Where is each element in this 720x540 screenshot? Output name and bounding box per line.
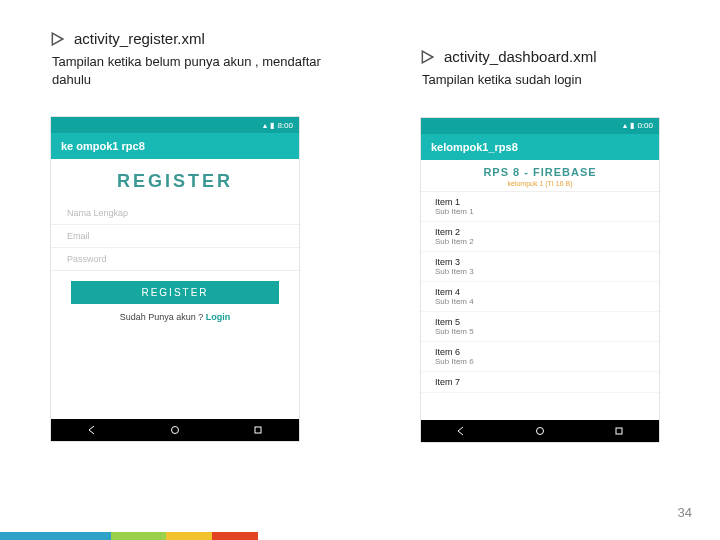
name-field[interactable]: Nama Lengkap	[51, 202, 299, 225]
list-item[interactable]: Item 6Sub Item 6	[421, 342, 659, 372]
footer-color-bar	[0, 532, 720, 540]
left-column: activity_register.xml Tampilan ketika be…	[50, 30, 330, 443]
dashboard-list: Item 1Sub Item 1Item 2Sub Item 2Item 3Su…	[421, 192, 659, 393]
item-subtitle: Sub Item 6	[435, 357, 645, 366]
right-column: activity_dashboard.xml Tampilan ketika s…	[420, 30, 680, 443]
right-description: Tampilan ketika sudah login	[422, 71, 680, 89]
item-title: Item 5	[435, 317, 645, 327]
svg-point-0	[171, 427, 178, 434]
login-link[interactable]: Login	[206, 312, 231, 322]
android-navbar	[421, 420, 659, 442]
triangle-icon	[50, 32, 64, 46]
home-icon[interactable]	[535, 422, 545, 440]
list-item[interactable]: Item 2Sub Item 2	[421, 222, 659, 252]
right-file-title: activity_dashboard.xml	[444, 48, 597, 65]
statusbar: ▴ ▮ 0:00	[421, 118, 659, 134]
svg-rect-1	[255, 427, 261, 433]
item-title: Item 7	[435, 377, 645, 387]
statusbar: ▴ ▮ 8:00	[51, 117, 299, 133]
statusbar-time: 0:00	[637, 121, 653, 130]
dashboard-banner: RPS 8 - FIREBASE kelompok 1 (TI 16 B)	[421, 160, 659, 192]
banner-subtitle: kelompok 1 (TI 16 B)	[421, 180, 659, 187]
item-subtitle: Sub Item 2	[435, 237, 645, 246]
triangle-icon	[420, 50, 434, 64]
appbar-dashboard: kelompok1_rps8	[421, 134, 659, 160]
back-icon[interactable]	[456, 422, 466, 440]
recents-icon[interactable]	[614, 422, 624, 440]
left-description: Tampilan ketika belum punya akun , menda…	[52, 53, 330, 88]
register-title: REGISTER	[51, 171, 299, 192]
item-title: Item 4	[435, 287, 645, 297]
phone-register: ▴ ▮ 8:00 ke ompok1 rpc8 REGISTER Nama Le…	[50, 116, 300, 442]
item-title: Item 3	[435, 257, 645, 267]
battery-icon: ▮	[270, 121, 274, 130]
battery-icon: ▮	[630, 121, 634, 130]
back-icon[interactable]	[87, 421, 97, 439]
dashboard-body: RPS 8 - FIREBASE kelompok 1 (TI 16 B) It…	[421, 160, 659, 420]
svg-rect-3	[616, 428, 622, 434]
phone-dashboard: ▴ ▮ 0:00 kelompok1_rps8 RPS 8 - FIREBASE…	[420, 117, 660, 443]
item-title: Item 1	[435, 197, 645, 207]
android-navbar	[51, 419, 299, 441]
item-subtitle: Sub Item 4	[435, 297, 645, 306]
list-item[interactable]: Item 1Sub Item 1	[421, 192, 659, 222]
list-item[interactable]: Item 4Sub Item 4	[421, 282, 659, 312]
signal-icon: ▴	[623, 121, 627, 130]
list-item[interactable]: Item 7	[421, 372, 659, 393]
item-subtitle: Sub Item 5	[435, 327, 645, 336]
page-number: 34	[678, 505, 692, 520]
password-field[interactable]: Password	[51, 248, 299, 271]
left-file-title: activity_register.xml	[74, 30, 205, 47]
right-heading: activity_dashboard.xml	[420, 48, 680, 65]
list-item[interactable]: Item 3Sub Item 3	[421, 252, 659, 282]
banner-title: RPS 8 - FIREBASE	[421, 166, 659, 178]
register-body: REGISTER Nama Lengkap Email Password REG…	[51, 159, 299, 419]
left-heading: activity_register.xml	[50, 30, 330, 47]
home-icon[interactable]	[170, 421, 180, 439]
signal-icon: ▴	[263, 121, 267, 130]
recents-icon[interactable]	[253, 421, 263, 439]
statusbar-time: 8:00	[277, 121, 293, 130]
register-button[interactable]: REGISTER	[71, 281, 279, 304]
item-title: Item 6	[435, 347, 645, 357]
email-field[interactable]: Email	[51, 225, 299, 248]
item-subtitle: Sub Item 1	[435, 207, 645, 216]
svg-point-2	[536, 427, 543, 434]
item-subtitle: Sub Item 3	[435, 267, 645, 276]
login-prompt: Sudah Punya akun ? Login	[51, 312, 299, 322]
list-item[interactable]: Item 5Sub Item 5	[421, 312, 659, 342]
have-account-text: Sudah Punya akun ?	[120, 312, 204, 322]
item-title: Item 2	[435, 227, 645, 237]
appbar-register: ke ompok1 rpc8	[51, 133, 299, 159]
